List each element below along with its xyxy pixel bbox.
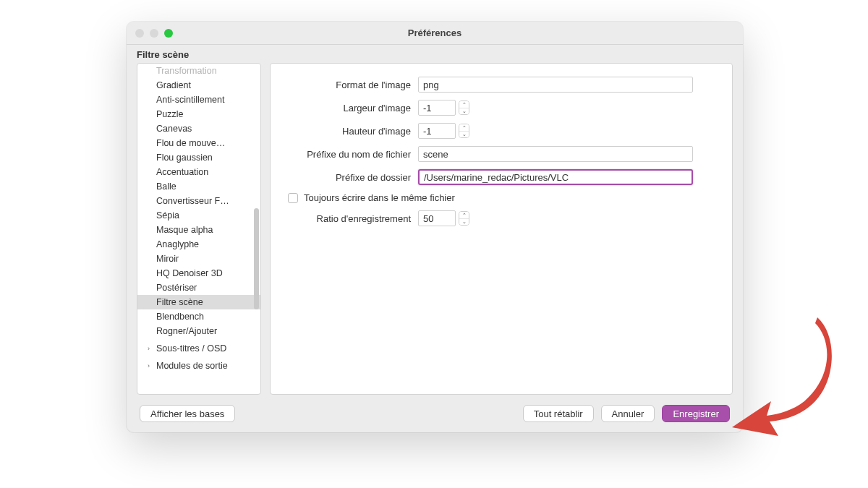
sidebar-item[interactable]: Convertisseur F… xyxy=(137,194,260,208)
image-height-label: Hauteur d'image xyxy=(288,126,418,137)
image-width-input[interactable] xyxy=(418,100,456,116)
footer: Afficher les bases Tout rétablir Annuler… xyxy=(127,395,743,432)
chevron-right-icon: › xyxy=(148,362,155,369)
sidebar-scrollbar[interactable] xyxy=(254,208,259,309)
panel-title: Filtre scène xyxy=(127,45,743,63)
record-ratio-stepper[interactable]: ⌃ ⌄ xyxy=(459,211,469,226)
sidebar-item[interactable]: Gradient xyxy=(137,78,260,93)
image-height-stepper[interactable]: ⌃ ⌄ xyxy=(459,124,469,138)
sidebar-item[interactable]: Flou gaussien xyxy=(137,150,260,165)
dir-prefix-label: Préfixe de dossier xyxy=(288,172,418,183)
sidebar-item[interactable]: Filtre scène xyxy=(137,295,260,309)
sidebar-item[interactable]: Miroir xyxy=(137,252,260,266)
save-button[interactable]: Enregistrer xyxy=(662,405,730,422)
titlebar: Préférences xyxy=(127,22,743,45)
sidebar-item[interactable]: Anti-scintillement xyxy=(137,93,260,107)
sidebar-group[interactable]: ›Modules de sortie xyxy=(137,359,260,373)
image-format-label: Format de l'image xyxy=(288,80,418,90)
sidebar-item[interactable]: Accentuation xyxy=(137,165,260,179)
sidebar-group-label: Sous-titres / OSD xyxy=(156,343,226,354)
preferences-window: Préférences Filtre scène TransformationG… xyxy=(127,22,743,432)
reset-all-button[interactable]: Tout rétablir xyxy=(523,405,594,422)
image-format-input[interactable] xyxy=(418,77,693,93)
chevron-down-icon: ⌄ xyxy=(459,132,469,138)
sidebar-item[interactable]: Puzzle xyxy=(137,107,260,121)
chevron-up-icon: ⌃ xyxy=(459,212,469,219)
cancel-button[interactable]: Annuler xyxy=(601,405,655,422)
zoom-dot[interactable] xyxy=(164,29,173,38)
sidebar-item[interactable]: Anaglyphe xyxy=(137,237,260,252)
always-write-checkbox[interactable] xyxy=(288,193,298,203)
sidebar-group[interactable]: ›Sous-titres / OSD xyxy=(137,341,260,356)
sidebar-item[interactable]: Postériser xyxy=(137,281,260,295)
always-write-label: Toujours écrire dans le même fichier xyxy=(304,192,455,203)
chevron-right-icon: › xyxy=(148,345,155,352)
minimize-dot[interactable] xyxy=(150,29,158,38)
show-bases-button[interactable]: Afficher les bases xyxy=(140,405,235,422)
filename-prefix-label: Préfixe du nom de fichier xyxy=(288,149,418,160)
close-dot[interactable] xyxy=(135,29,144,38)
window-controls xyxy=(135,29,173,38)
record-ratio-input[interactable] xyxy=(418,210,456,226)
sidebar-item[interactable]: HQ Denoiser 3D xyxy=(137,266,260,281)
filename-prefix-input[interactable] xyxy=(418,146,693,162)
dir-prefix-input[interactable] xyxy=(418,169,693,185)
sidebar-item[interactable]: Blendbench xyxy=(137,309,260,324)
sidebar-group-label: Modules de sortie xyxy=(156,361,228,371)
sidebar-item[interactable]: Rogner/Ajouter xyxy=(137,324,260,338)
sidebar-item[interactable]: Masque alpha xyxy=(137,223,260,237)
sidebar-item[interactable]: Balle xyxy=(137,179,260,194)
image-width-label: Largeur d'image xyxy=(288,103,418,114)
sidebar-item[interactable]: Sépia xyxy=(137,208,260,223)
settings-pane: Format de l'image Largeur d'image ⌃ ⌄ Ha… xyxy=(270,63,733,395)
chevron-up-icon: ⌃ xyxy=(459,101,469,108)
chevron-down-icon: ⌄ xyxy=(459,219,469,226)
sidebar-item[interactable]: Transformation xyxy=(137,64,260,78)
window-title: Préférences xyxy=(408,27,461,38)
chevron-down-icon: ⌄ xyxy=(459,108,469,115)
sidebar-item[interactable]: Canevas xyxy=(137,121,260,136)
image-height-input[interactable] xyxy=(418,123,456,139)
image-width-stepper[interactable]: ⌃ ⌄ xyxy=(459,100,469,115)
sidebar-item[interactable]: Flou de mouve… xyxy=(137,136,260,150)
sidebar: TransformationGradientAnti-scintillement… xyxy=(137,63,261,395)
chevron-up-icon: ⌃ xyxy=(459,124,469,132)
record-ratio-label: Ratio d'enregistrement xyxy=(288,213,418,224)
